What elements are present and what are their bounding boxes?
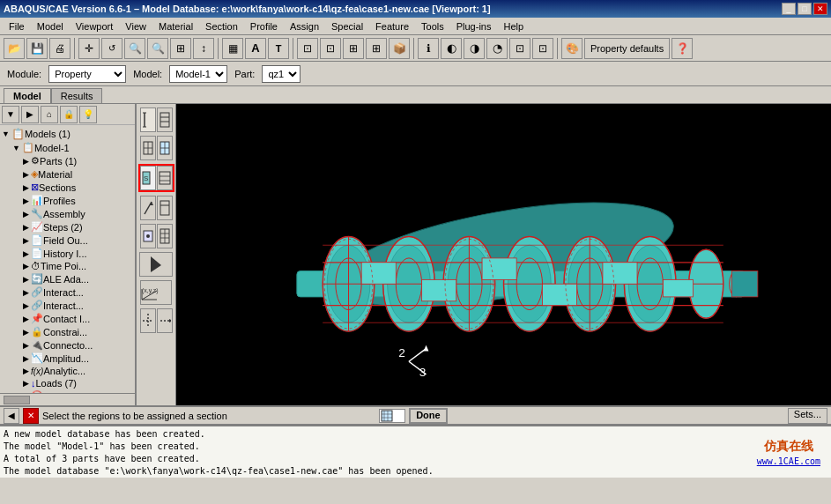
tb-paint[interactable]: 🎨 (561, 38, 582, 59)
beam-orient-btn[interactable] (140, 196, 156, 220)
menu-material[interactable]: Material (153, 19, 198, 33)
arrow-btn[interactable] (139, 252, 173, 277)
tree-expand-btn[interactable]: ▼ (2, 106, 19, 123)
menu-view[interactable]: View (120, 19, 152, 33)
menu-model[interactable]: Model (32, 19, 69, 33)
tree-analytic[interactable]: ▶ f(x) Analytic... (2, 365, 133, 377)
tree-light-btn[interactable]: 💡 (79, 106, 97, 123)
tree-lock-btn[interactable]: 🔒 (60, 106, 78, 123)
cmd-back-btn[interactable]: ◀ (4, 408, 19, 424)
tree-timepoints[interactable]: ▶ ⏱ Time Poi... (2, 260, 133, 272)
tree-material[interactable]: ▶ ◈ Material (2, 167, 133, 181)
module-select[interactable]: Property Mesh Assembly Step Interaction … (48, 65, 126, 83)
tree-area[interactable]: ▼ 📋 Models (1) ▼ 📋 Model-1 ▶ ⚙ Parts (1)… (0, 125, 135, 393)
tree-constraints[interactable]: ▶ 🔒 Constrai... (2, 325, 133, 338)
tb-box2[interactable]: ⊡ (297, 38, 318, 59)
cmd-sets-btn[interactable]: Sets... (788, 408, 827, 424)
tree-history[interactable]: ▶ 📄 History I... (2, 247, 133, 260)
cmd-done-btn[interactable]: Done (409, 408, 448, 424)
mesh-region-btn[interactable] (157, 136, 173, 160)
tb-sq2[interactable]: ⊡ (532, 38, 553, 59)
tb-zoom-out[interactable]: 🔍 (147, 38, 168, 59)
tree-field-output[interactable]: ▶ 📄 Field Ou... (2, 233, 133, 247)
menu-file[interactable]: File (4, 19, 30, 33)
tb-zoom-in[interactable]: 🔍 (124, 38, 145, 59)
tb-sep5 (557, 38, 558, 59)
menu-viewport[interactable]: Viewport (70, 19, 119, 33)
menu-profile[interactable]: Profile (245, 19, 283, 33)
tree-contact[interactable]: ▶ 📌 Contact I... (2, 312, 133, 325)
tree-collapse-btn[interactable]: ▶ (21, 106, 39, 123)
maximize-btn[interactable]: □ (798, 3, 812, 15)
history-label: History I... (43, 248, 87, 259)
tab-model[interactable]: Model (4, 88, 51, 103)
beam-list2-btn[interactable] (157, 196, 173, 220)
tree-parts[interactable]: ▶ ⚙ Parts (1) (2, 154, 133, 167)
tb-open[interactable]: 📂 (4, 38, 25, 59)
tree-sections[interactable]: ▶ ⊠ Sections (2, 181, 133, 194)
seed-list-btn[interactable] (157, 107, 173, 132)
seed-edge-btn[interactable] (140, 107, 156, 132)
tb-c2[interactable]: ◑ (464, 38, 485, 59)
viewport[interactable]: 2 3 (176, 104, 831, 405)
tb-save[interactable]: 💾 (26, 38, 48, 59)
menu-special[interactable]: Special (326, 19, 368, 33)
tree-steps[interactable]: ▶ 📈 Steps (2) (2, 220, 133, 233)
cmd-stop-btn[interactable]: ✕ (23, 408, 39, 424)
assign-section-list-btn[interactable] (157, 166, 173, 190)
tree-amplitudes[interactable]: ▶ 📉 Amplitud... (2, 352, 133, 365)
menu-plugins[interactable]: Plug-ins (451, 19, 497, 33)
mesh-part-btn[interactable] (140, 136, 156, 160)
menu-tools[interactable]: Tools (416, 19, 449, 33)
tb-grid2[interactable]: ⊞ (366, 38, 387, 59)
tree-interact1[interactable]: ▶ 🔗 Interact... (2, 285, 133, 299)
tree-profiles[interactable]: ▶ 📊 Profiles (2, 194, 133, 207)
close-btn[interactable]: ✕ (813, 3, 827, 15)
menu-bar: File Model Viewport View Material Sectio… (0, 18, 831, 35)
menu-assign[interactable]: Assign (285, 19, 324, 33)
minimize-btn[interactable]: _ (782, 3, 796, 15)
tb-c1[interactable]: ◐ (441, 38, 462, 59)
tb-sq1[interactable]: ⊡ (509, 38, 531, 59)
tb-help[interactable]: ❓ (671, 38, 693, 59)
datum-btn[interactable] (140, 308, 156, 333)
tb-3d[interactable]: 📦 (389, 38, 410, 59)
tb-c3[interactable]: ◔ (486, 38, 508, 59)
model-select[interactable]: Model-1 (169, 65, 227, 83)
datum-list-btn[interactable] (157, 308, 173, 333)
menu-section[interactable]: Section (200, 19, 243, 33)
tb-move[interactable]: ✛ (78, 38, 100, 59)
tb-arrows[interactable]: ↕ (193, 38, 214, 59)
part-select[interactable]: qz1 (262, 65, 300, 83)
property-defaults-btn[interactable]: Property defaults (584, 38, 670, 59)
tree-home-btn[interactable]: ⌂ (41, 106, 58, 123)
expand-parts: ▶ (23, 157, 29, 166)
tab-results[interactable]: Results (51, 88, 103, 103)
menu-help[interactable]: Help (498, 19, 529, 33)
menu-feature[interactable]: Feature (370, 19, 414, 33)
tb-box[interactable]: ⊞ (170, 38, 191, 59)
tree-model1[interactable]: ▼ 📋 Model-1 (2, 141, 133, 154)
tb-info[interactable]: ℹ (418, 38, 439, 59)
tree-loads[interactable]: ▶ ↓ Loads (7) (2, 377, 133, 389)
tb-text2[interactable]: T (268, 38, 289, 59)
coord-btn[interactable]: (x,y,z) (140, 280, 172, 305)
output-line-3: A total of 3 parts have been created. (4, 453, 750, 465)
tree-scrollbar-h[interactable] (0, 393, 135, 405)
h-scroll-thumb[interactable] (4, 396, 30, 404)
tb-rotate[interactable]: ↺ (101, 38, 122, 59)
tree-connectors[interactable]: ▶ 🔌 Connecto... (2, 338, 133, 352)
tb-grid[interactable]: ⊞ (343, 38, 364, 59)
tree-models[interactable]: ▼ 📋 Models (1) (2, 127, 133, 141)
tree-interact2[interactable]: ▶ 🔗 Interact... (2, 299, 133, 312)
tb-box3[interactable]: ⊡ (320, 38, 341, 59)
tree-ale[interactable]: ▶ 🔄 ALE Ada... (2, 272, 133, 285)
element-list-btn[interactable] (157, 224, 173, 248)
tb-print[interactable]: 🖨 (49, 38, 70, 59)
tb-table[interactable]: ▦ (222, 38, 243, 59)
tree-assembly[interactable]: ▶ 🔧 Assembly (2, 207, 133, 220)
assign-section-btn[interactable]: S (140, 166, 156, 190)
element-type-btn[interactable] (140, 224, 156, 248)
tb-text[interactable]: A (245, 38, 266, 59)
assembly-label: Assembly (43, 209, 85, 219)
